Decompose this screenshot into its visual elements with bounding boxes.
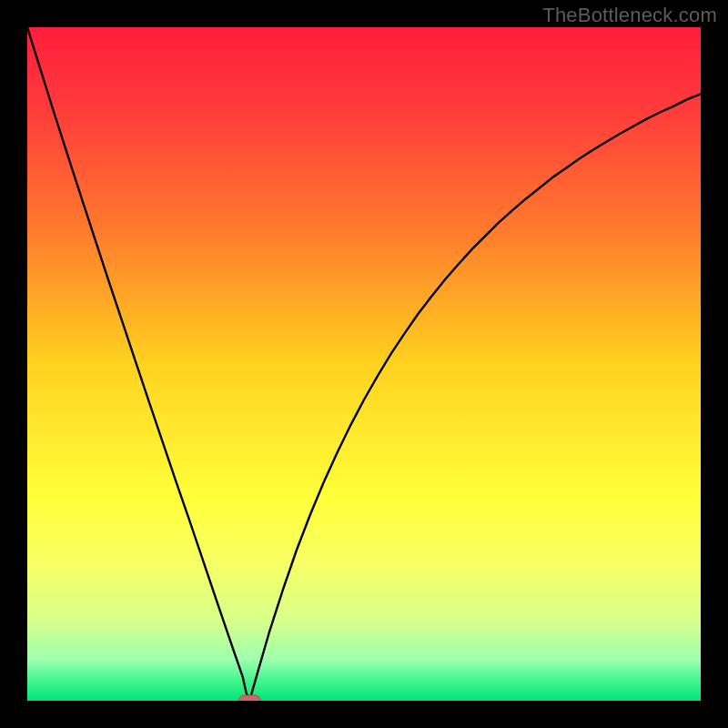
plot-area (27, 27, 701, 701)
chart-svg (27, 27, 701, 701)
watermark-text: TheBottleneck.com (542, 4, 717, 27)
optimum-marker (238, 695, 260, 701)
chart-root: TheBottleneck.com (0, 0, 728, 728)
chart-background (27, 27, 701, 701)
